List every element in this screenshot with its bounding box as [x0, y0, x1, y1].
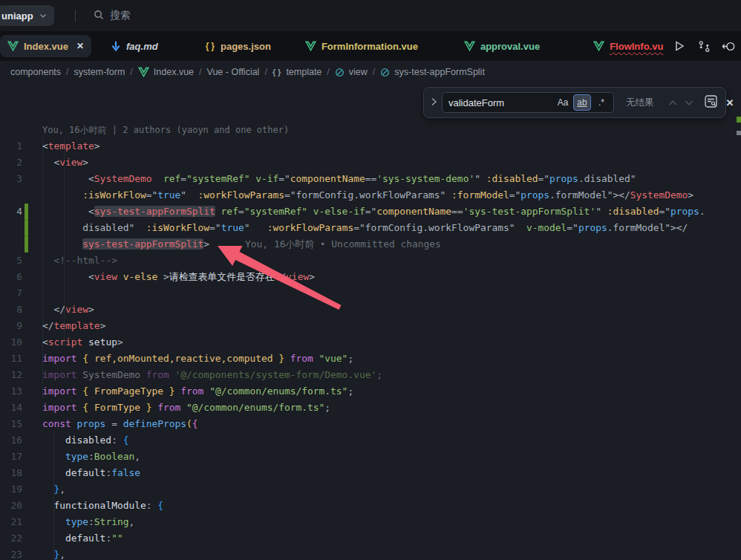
breadcrumb-label: view: [349, 67, 368, 77]
code-line: sys-test-appFormSplit>You, 16小时前 • Uncom…: [0, 236, 741, 253]
code-line: 22 default:"": [0, 530, 741, 547]
line-number: 3: [0, 171, 22, 187]
code-line: 13import { FromPageType } from "@/common…: [0, 383, 741, 400]
code-text: <script setup>: [42, 334, 123, 351]
nav-back-icon[interactable]: [719, 37, 737, 55]
find-in-selection-icon[interactable]: [705, 95, 717, 111]
editor-pane[interactable]: You, 16小时前 | 2 authors (yaoyn and one ot…: [0, 82, 741, 560]
tab-label: FlowInfo.vu: [610, 41, 663, 52]
breadcrumb-item-vue-official[interactable]: Vue - Official: [207, 67, 260, 77]
tab-label: approval.vue: [480, 41, 540, 52]
line-number: 21: [0, 514, 22, 530]
line-number: 1: [0, 138, 22, 154]
breadcrumb-item-system-form[interactable]: system-form: [74, 67, 125, 77]
tab-bar: Index.vue✕faq.md{ }pages.jsonFormInforma…: [0, 31, 741, 61]
vue-icon: [305, 41, 316, 51]
vue-icon: [593, 41, 604, 51]
breadcrumb-separator: /: [130, 67, 132, 77]
tab-index-vue[interactable]: Index.vue✕: [0, 35, 91, 57]
gutter-spacer: [25, 514, 28, 530]
blame-annotation[interactable]: You, 16小时前 | 2 authors (yaoyn and one ot…: [42, 122, 289, 138]
braces-gray-icon: { }: [272, 68, 281, 76]
vue-icon: [138, 67, 149, 77]
code-text: disabled: {: [42, 432, 128, 449]
tab-pages-json[interactable]: { }pages.json: [198, 35, 278, 57]
breadcrumb-item-components[interactable]: components: [10, 67, 61, 77]
line-number: 6: [0, 269, 22, 285]
line-number: 20: [0, 498, 22, 514]
overview-ruler-mark: [737, 131, 741, 135]
tab-flowinfo-vu[interactable]: FlowInfo.vu: [586, 35, 670, 57]
find-next-icon[interactable]: [685, 96, 693, 109]
search-icon: [94, 10, 104, 22]
tabs-container: Index.vue✕faq.md{ }pages.jsonFormInforma…: [0, 35, 670, 57]
tab-faq-md[interactable]: faq.md: [103, 35, 166, 57]
find-previous-icon[interactable]: [668, 96, 677, 109]
symbol-icon: [335, 68, 345, 77]
gutter-spacer: [25, 432, 28, 449]
git-modified-gutter: [25, 204, 28, 220]
code-text: import { FromPageType } from "@/common/e…: [42, 383, 353, 400]
code-text: type:String,: [42, 514, 134, 530]
breadcrumb-item-template[interactable]: { }template: [272, 67, 321, 77]
gutter-spacer: [25, 154, 28, 171]
code-line: 9</template>: [0, 318, 741, 334]
code-text: type:Boolean,: [42, 449, 140, 465]
line-number: [0, 220, 22, 236]
breadcrumb-item-index-vue[interactable]: Index.vue: [138, 67, 194, 77]
tab-label: pages.json: [221, 41, 271, 52]
gutter-spacer: [25, 302, 28, 318]
tab-label: Index.vue: [24, 41, 68, 52]
tab-close-icon[interactable]: ✕: [76, 41, 84, 51]
gutter-spacer: [25, 187, 28, 204]
breadcrumb-item-sys-test-appformsplit[interactable]: sys-test-appFormSplit: [380, 67, 485, 77]
code-text: import SystemDemo from '@/components/sys…: [42, 367, 382, 383]
code-text: <view>: [42, 154, 88, 171]
gutter-spacer: [25, 122, 28, 138]
find-close-icon[interactable]: ✕: [726, 97, 734, 108]
regex-button[interactable]: .*: [593, 94, 610, 111]
tab-label: faq.md: [126, 41, 158, 52]
code-text: <template>: [42, 138, 100, 154]
line-number: 7: [0, 285, 22, 302]
breadcrumb-separator: /: [373, 67, 375, 77]
line-number: [0, 187, 22, 204]
code-line: 23 },: [0, 547, 741, 560]
gutter-spacer: [25, 253, 28, 269]
code-line: 2 <view>: [0, 154, 741, 171]
gutter-spacer: [25, 416, 28, 432]
whole-word-button[interactable]: ab: [573, 94, 591, 111]
symbol-icon: [380, 68, 390, 77]
project-switcher[interactable]: uniapp: [0, 5, 54, 26]
breadcrumb-item-view[interactable]: view: [335, 67, 368, 77]
line-number: 4: [0, 204, 22, 220]
tab-approval-vue[interactable]: approval.vue: [457, 35, 547, 57]
md-down-icon: [111, 41, 121, 52]
blame-header-row: You, 16小时前 | 2 authors (yaoyn and one ot…: [0, 122, 741, 138]
git-request-icon[interactable]: [695, 37, 713, 55]
gutter-spacer: [25, 383, 28, 400]
tab-forminformation-vue[interactable]: FormInformation.vue: [298, 35, 425, 57]
gutter-spacer: [25, 138, 28, 154]
code-line: 10<script setup>: [0, 334, 741, 351]
breadcrumb-separator: /: [264, 67, 267, 77]
code-line: 3 <SystemDemo ref="systemRef" v-if="comp…: [0, 171, 741, 187]
code-text: default:false: [42, 465, 140, 481]
run-icon[interactable]: [670, 37, 688, 55]
toggle-replace-icon[interactable]: [431, 96, 437, 109]
gutter-spacer: [25, 334, 28, 351]
code-text: </template>: [42, 318, 105, 334]
code-line: 15const props = defineProps({: [0, 416, 741, 432]
match-case-button[interactable]: Aa: [554, 94, 572, 111]
code-line: 1<template>: [0, 138, 741, 154]
code-line: 19 },: [0, 481, 741, 498]
find-input[interactable]: [448, 97, 552, 108]
overview-ruler-mark: [737, 117, 741, 123]
line-number: 9: [0, 318, 22, 334]
global-search[interactable]: 搜索: [94, 9, 131, 22]
find-input-box: Aa ab .*: [442, 92, 614, 113]
editor-actions: ⋯: [670, 37, 741, 55]
code-text: :isWorkFlow="true" :workFlowParams="form…: [42, 187, 693, 204]
code-line: 16 disabled: {: [0, 432, 741, 449]
gutter-spacer: [25, 285, 28, 302]
